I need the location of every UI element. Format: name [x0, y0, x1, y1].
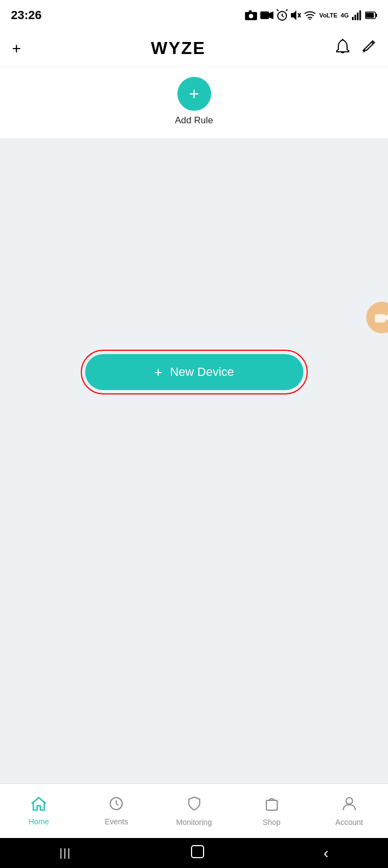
tab-events-label: Events: [105, 817, 128, 826]
shield-icon: [188, 796, 201, 815]
bottom-nav: Home Events Monitoring Shop: [0, 783, 388, 838]
svg-rect-29: [266, 800, 277, 810]
svg-rect-19: [366, 13, 374, 17]
pencil-icon[interactable]: [362, 39, 376, 57]
4g-icon: 4G: [341, 12, 349, 19]
new-device-wrapper: + New Device: [82, 351, 307, 393]
new-device-button[interactable]: + New Device: [85, 354, 303, 390]
tab-monitoring-label: Monitoring: [176, 818, 212, 827]
svg-rect-20: [376, 14, 378, 17]
android-nav: ||| ‹: [0, 838, 388, 868]
add-rule-label: Add Rule: [175, 115, 213, 126]
person-icon: [342, 796, 356, 815]
add-button[interactable]: +: [12, 41, 21, 56]
svg-rect-2: [249, 10, 252, 13]
svg-point-30: [346, 798, 353, 804]
new-device-plus-icon: +: [154, 365, 162, 379]
new-device-label: New Device: [170, 365, 234, 379]
camera-icon: [375, 312, 388, 323]
add-rule-plus-icon: +: [189, 85, 199, 103]
svg-rect-24: [375, 314, 385, 322]
svg-point-1: [249, 14, 253, 18]
video-icon: [260, 10, 273, 20]
signal-icon: [352, 10, 362, 20]
status-bar: 23:26 VoLTE 4G: [0, 0, 388, 30]
add-rule-section: + Add Rule: [0, 67, 388, 138]
tab-shop[interactable]: Shop: [233, 796, 311, 827]
wyze-logo: WYZE: [151, 38, 205, 58]
svg-rect-17: [360, 10, 361, 20]
tab-account-label: Account: [336, 818, 363, 827]
bell-icon[interactable]: [336, 39, 350, 58]
alarm-icon: [277, 9, 288, 21]
tab-account[interactable]: Account: [311, 796, 388, 827]
nav-right-icons: [336, 39, 376, 58]
tab-monitoring[interactable]: Monitoring: [155, 796, 232, 827]
main-content: + New Device: [0, 138, 388, 783]
volte-icon: VoLTE: [319, 12, 337, 19]
floating-camera-button[interactable]: [366, 302, 388, 333]
svg-line-22: [372, 42, 373, 44]
svg-rect-31: [192, 846, 204, 858]
status-icons: VoLTE 4G: [245, 9, 377, 21]
tab-shop-label: Shop: [262, 818, 280, 827]
svg-rect-16: [357, 13, 359, 20]
svg-line-8: [277, 9, 278, 11]
tab-home[interactable]: Home: [0, 797, 77, 826]
android-home-button[interactable]: [190, 845, 205, 862]
android-back-button[interactable]: ‹: [324, 845, 329, 862]
svg-rect-3: [260, 11, 269, 19]
add-rule-button[interactable]: +: [177, 77, 211, 111]
svg-line-9: [286, 9, 288, 11]
svg-rect-14: [352, 17, 354, 20]
photo-icon: [245, 10, 257, 20]
svg-line-7: [282, 16, 284, 17]
bag-icon: [265, 796, 278, 815]
svg-marker-25: [385, 314, 388, 321]
home-icon: [31, 797, 46, 815]
svg-marker-4: [269, 11, 273, 19]
clock-icon: [109, 797, 123, 815]
tab-events[interactable]: Events: [77, 797, 155, 826]
status-time: 23:26: [11, 8, 41, 22]
android-menu-button[interactable]: |||: [59, 847, 71, 859]
svg-rect-15: [355, 15, 356, 20]
top-nav: + WYZE: [0, 30, 388, 67]
svg-line-28: [116, 804, 118, 805]
svg-point-13: [309, 19, 311, 20]
tab-home-label: Home: [28, 817, 49, 826]
mute-icon: [291, 9, 301, 21]
wifi-icon: [304, 11, 316, 20]
battery-icon: [365, 11, 377, 19]
svg-marker-10: [291, 10, 296, 20]
